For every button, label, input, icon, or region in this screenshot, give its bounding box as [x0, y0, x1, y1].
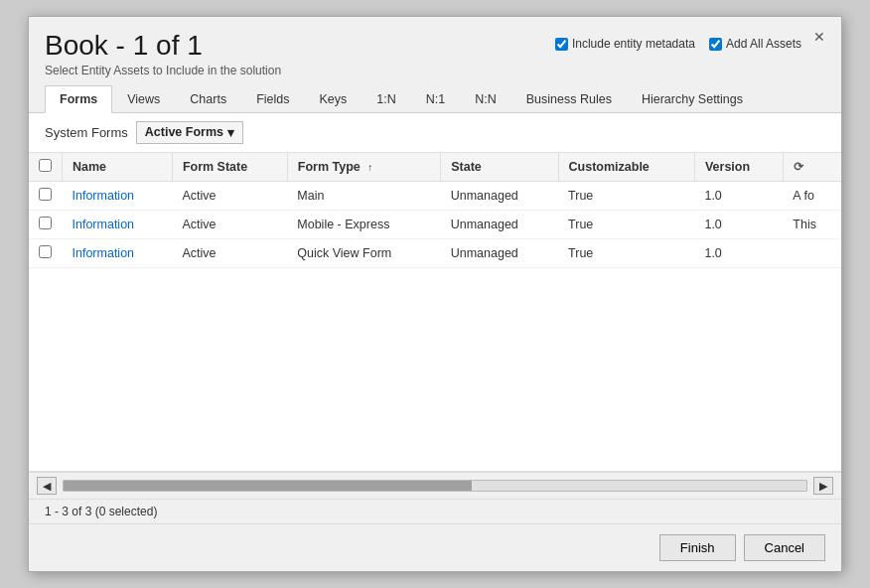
tab-business-rules[interactable]: Business Rules: [511, 85, 627, 112]
row2-form-type: Mobile - Express: [287, 210, 440, 238]
tab-keys[interactable]: Keys: [305, 85, 362, 112]
active-forms-label: Active Forms: [145, 125, 223, 139]
row1-check[interactable]: [29, 181, 63, 210]
system-forms-label: System Forms: [45, 125, 128, 140]
table-row: Information Active Main Unmanaged True 1…: [29, 181, 841, 210]
footer: Finish Cancel: [29, 523, 841, 571]
row1-form-state: Active: [172, 181, 287, 210]
finish-button[interactable]: Finish: [659, 534, 736, 561]
sort-asc-icon: ↑: [367, 162, 372, 173]
tab-n1[interactable]: N:1: [411, 85, 460, 112]
row3-state: Unmanaged: [441, 238, 558, 267]
header-name[interactable]: Name: [63, 153, 173, 182]
row2-name-link[interactable]: Information: [72, 218, 135, 231]
active-forms-dropdown[interactable]: Active Forms ▾: [136, 121, 243, 144]
table-body: Information Active Main Unmanaged True 1…: [29, 181, 841, 267]
scrollbar-row: ◀ ▶: [29, 472, 841, 499]
status-text: 1 - 3 of 3 (0 selected): [45, 505, 157, 518]
header-right: Include entity metadata Add All Assets: [555, 37, 801, 51]
cancel-button[interactable]: Cancel: [744, 534, 825, 561]
row3-customizable: True: [558, 238, 694, 267]
header-version[interactable]: Version: [694, 153, 783, 182]
tab-1n[interactable]: 1:N: [362, 85, 410, 112]
header-form-state[interactable]: Form State: [172, 153, 287, 182]
row3-form-type: Quick View Form: [287, 238, 440, 267]
row3-extra: [783, 238, 841, 267]
scroll-right-button[interactable]: ▶: [813, 477, 833, 495]
dialog-subtitle: Select Entity Assets to Include in the s…: [45, 64, 825, 77]
row2-check[interactable]: [29, 210, 63, 238]
row2-name: Information: [63, 210, 173, 238]
close-button[interactable]: ✕: [809, 27, 829, 47]
row3-name-link[interactable]: Information: [72, 246, 135, 260]
row1-version: 1.0: [694, 181, 783, 210]
row2-state: Unmanaged: [441, 210, 558, 238]
header-state[interactable]: State: [441, 153, 558, 182]
table-wrapper: Name Form State Form Type ↑ State Custom…: [29, 153, 841, 472]
scroll-left-button[interactable]: ◀: [37, 477, 57, 495]
row1-form-type: Main: [287, 181, 440, 210]
header-customizable[interactable]: Customizable: [558, 153, 694, 182]
status-bar: 1 - 3 of 3 (0 selected): [29, 499, 841, 523]
row2-extra: This: [783, 210, 841, 238]
table-row: Information Active Quick View Form Unman…: [29, 238, 841, 267]
tabs-bar: Forms Views Charts Fields Keys 1:N N:1 N…: [29, 85, 841, 113]
select-all-checkbox[interactable]: [39, 159, 52, 172]
title-bar: ✕ Book - 1 of 1 Select Entity Assets to …: [29, 17, 841, 85]
tab-fields[interactable]: Fields: [241, 85, 304, 112]
row1-name: Information: [63, 181, 173, 210]
add-all-assets-label[interactable]: Add All Assets: [709, 37, 801, 51]
row3-version: 1.0: [694, 238, 783, 267]
dialog: ✕ Book - 1 of 1 Select Entity Assets to …: [28, 16, 842, 572]
row3-name: Information: [63, 238, 173, 267]
header-check[interactable]: [29, 153, 63, 182]
row2-version: 1.0: [694, 210, 783, 238]
row2-form-state: Active: [172, 210, 287, 238]
refresh-icon: ⟳: [794, 160, 803, 174]
include-metadata-label[interactable]: Include entity metadata: [555, 37, 695, 51]
forms-table: Name Form State Form Type ↑ State Custom…: [29, 153, 841, 268]
tab-views[interactable]: Views: [112, 85, 175, 112]
tab-forms[interactable]: Forms: [45, 85, 112, 113]
header-form-type[interactable]: Form Type ↑: [287, 153, 440, 182]
table-row: Information Active Mobile - Express Unma…: [29, 210, 841, 238]
row3-form-state: Active: [172, 238, 287, 267]
tab-hierarchy-settings[interactable]: Hierarchy Settings: [627, 85, 758, 112]
scrollbar-thumb: [64, 481, 472, 491]
content-area: System Forms Active Forms ▾ Name Form St…: [29, 113, 841, 523]
add-all-assets-checkbox[interactable]: [709, 38, 722, 51]
include-metadata-checkbox[interactable]: [555, 38, 568, 51]
row1-name-link[interactable]: Information: [72, 189, 135, 203]
header-refresh[interactable]: ⟳: [783, 153, 841, 182]
row1-extra: A fo: [783, 181, 841, 210]
dropdown-arrow-icon: ▾: [227, 125, 234, 140]
table-header-row: Name Form State Form Type ↑ State Custom…: [29, 153, 841, 182]
scrollbar-track[interactable]: [63, 480, 807, 492]
row3-check[interactable]: [29, 238, 63, 267]
row2-customizable: True: [558, 210, 694, 238]
row1-state: Unmanaged: [441, 181, 558, 210]
sub-header: System Forms Active Forms ▾: [29, 113, 841, 153]
tab-nn[interactable]: N:N: [460, 85, 511, 112]
row1-customizable: True: [558, 181, 694, 210]
tab-charts[interactable]: Charts: [175, 85, 241, 112]
